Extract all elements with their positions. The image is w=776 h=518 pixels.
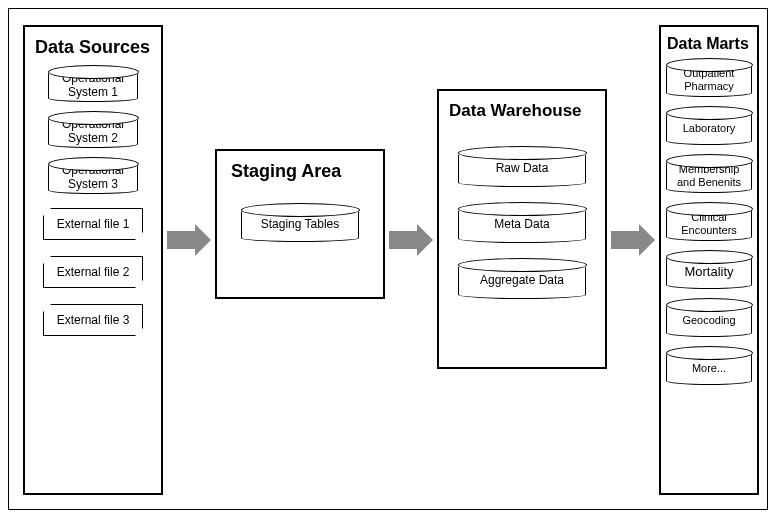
external-file-3: External file 3 — [43, 304, 143, 336]
data-marts-box: Data Marts Outpatient Pharmacy Laborator… — [659, 25, 759, 495]
data-sources-title: Data Sources — [25, 27, 161, 64]
data-sources-box: Data Sources Operational System 1 Operat… — [23, 25, 163, 495]
staging-area-title: Staging Area — [217, 151, 383, 190]
cyl-label: Mortality — [684, 265, 733, 280]
data-marts-title: Data Marts — [661, 27, 757, 57]
mart-membership-benefits: Membership and Benenits — [666, 159, 752, 193]
arrow-icon — [417, 224, 433, 256]
arrow-sources-to-staging — [167, 224, 211, 256]
staging-tables: Staging Tables — [241, 208, 359, 242]
data-warehouse-box: Data Warehouse Raw Data Meta Data Aggreg… — [437, 89, 607, 369]
cyl-label: Operational System 2 — [55, 118, 131, 146]
cyl-label: Operational System 1 — [55, 72, 131, 100]
arrow-icon — [639, 224, 655, 256]
cyl-label: Membership and Benenits — [673, 163, 745, 188]
arrow-staging-to-warehouse — [389, 224, 433, 256]
mart-geocoding: Geocoding — [666, 303, 752, 337]
mart-mortality: Mortality — [666, 255, 752, 289]
mart-more: More... — [666, 351, 752, 385]
cyl-label: Staging Tables — [261, 218, 340, 232]
cyl-label: Raw Data — [496, 162, 549, 176]
cyl-label: Aggregate Data — [480, 274, 564, 288]
arrow-icon — [389, 231, 417, 249]
file-label: External file 3 — [57, 313, 130, 327]
staging-area-box: Staging Area Staging Tables — [215, 149, 385, 299]
file-label: External file 1 — [57, 217, 130, 231]
cyl-label: Laboratory — [683, 122, 736, 135]
file-label: External file 2 — [57, 265, 130, 279]
warehouse-meta-data: Meta Data — [458, 207, 586, 243]
cyl-label: More... — [692, 362, 726, 375]
arrow-icon — [167, 231, 195, 249]
data-warehouse-title: Data Warehouse — [439, 91, 605, 127]
cyl-label: Meta Data — [494, 218, 549, 232]
diagram-frame: Data Sources Operational System 1 Operat… — [8, 8, 768, 510]
cyl-label: Clinical Encounters — [673, 211, 745, 236]
cyl-label: Geocoding — [682, 314, 735, 327]
warehouse-aggregate-data: Aggregate Data — [458, 263, 586, 299]
operational-system-3: Operational System 3 — [48, 162, 138, 194]
arrow-warehouse-to-marts — [611, 224, 655, 256]
mart-clinical-encounters: Clinical Encounters — [666, 207, 752, 241]
cyl-label: Outpatient Pharmacy — [673, 67, 745, 92]
cyl-label: Operational System 3 — [55, 164, 131, 192]
mart-laboratory: Laboratory — [666, 111, 752, 145]
external-file-2: External file 2 — [43, 256, 143, 288]
mart-outpatient-pharmacy: Outpatient Pharmacy — [666, 63, 752, 97]
warehouse-raw-data: Raw Data — [458, 151, 586, 187]
operational-system-2: Operational System 2 — [48, 116, 138, 148]
arrow-icon — [195, 224, 211, 256]
arrow-icon — [611, 231, 639, 249]
external-file-1: External file 1 — [43, 208, 143, 240]
operational-system-1: Operational System 1 — [48, 70, 138, 102]
